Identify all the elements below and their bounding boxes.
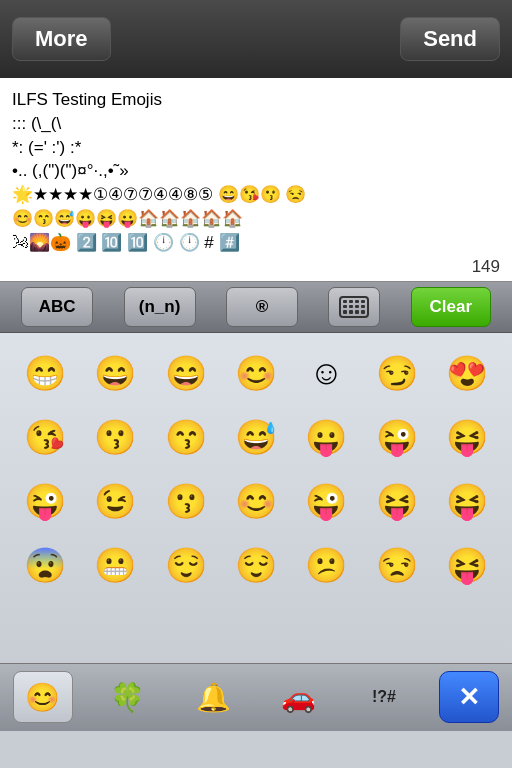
emoji-xd[interactable]: 😝 [441, 475, 493, 527]
emoji-angry[interactable]: 😝 [441, 539, 493, 591]
emoji-smile[interactable]: 😄 [89, 347, 141, 399]
emoji-sweat-smile[interactable]: 😅 [230, 411, 282, 463]
emoji-unamused[interactable]: 😒 [371, 539, 423, 591]
emoji-smirk[interactable]: 😏 [371, 347, 423, 399]
emoji-squint[interactable]: 😝 [441, 411, 493, 463]
emoji-relieved2[interactable]: 😌 [230, 539, 282, 591]
message-line2: ::: (\_(\ [12, 112, 500, 136]
emoji-area: 😁 😄 😄 😊 ☺ 😏 😍 😘 😗 😙 😅 😛 😜 😝 😜 😉 😗 😊 😜 😝 … [0, 333, 512, 663]
nav-close[interactable]: ✕ [439, 671, 499, 723]
abc-button[interactable]: ABC [21, 287, 93, 327]
emoji-blush[interactable]: 😊 [230, 347, 282, 399]
emoji-lol[interactable]: 😝 [371, 475, 423, 527]
nav-objects[interactable]: 🔔 [183, 671, 243, 723]
message-line1: ILFS Testing Emojis [12, 88, 500, 112]
emoji-row-1: 😁 😄 😄 😊 ☺ 😏 😍 [10, 347, 502, 399]
nav-places[interactable]: 🚗 [269, 671, 329, 723]
message-line6: 😊😙😅😛😝😛🏠🏠🏠🏠🏠 [12, 207, 500, 231]
emoji-wink3[interactable]: 😉 [89, 475, 141, 527]
keyboard-icon [339, 296, 369, 318]
emoji-row-2: 😘 😗 😙 😅 😛 😜 😝 [10, 411, 502, 463]
emoji-kiss2[interactable]: 😙 [160, 411, 212, 463]
emoji-heart-eyes[interactable]: 😍 [441, 347, 493, 399]
emoji-relieved[interactable]: 😌 [160, 539, 212, 591]
header: More Send [0, 0, 512, 78]
message-line3: *: (=' :') :* [12, 136, 500, 160]
message-area: ILFS Testing Emojis ::: (\_(\ *: (=' :')… [0, 78, 512, 281]
emoji-grin[interactable]: 😁 [19, 347, 71, 399]
emoji-tongue2[interactable]: 😜 [371, 411, 423, 463]
message-line4: •.. (,(")(")¤°·.,•˜» [12, 159, 500, 183]
emoji-kiss3[interactable]: 😗 [160, 475, 212, 527]
emoji-smile2[interactable]: 😄 [160, 347, 212, 399]
emoji-row-3: 😜 😉 😗 😊 😜 😝 😝 [10, 475, 502, 527]
toolbar: ABC (n_n) ® Clear [0, 281, 512, 333]
bottom-nav: 😊 🍀 🔔 🚗 !?# ✕ [0, 663, 512, 731]
nav-emoji[interactable]: 😊 [13, 671, 73, 723]
char-count: 149 [12, 257, 500, 277]
emoji-kiss[interactable]: 😗 [89, 411, 141, 463]
clear-button[interactable]: Clear [411, 287, 491, 327]
emoji-scream[interactable]: 😨 [19, 539, 71, 591]
registered-button[interactable]: ® [226, 287, 298, 327]
kaomoji-button[interactable]: (n_n) [124, 287, 196, 327]
emoji-grimace[interactable]: 😬 [89, 539, 141, 591]
message-text: ILFS Testing Emojis ::: (\_(\ *: (=' :')… [12, 88, 500, 255]
emoji-tongue[interactable]: 😛 [300, 411, 352, 463]
emoji-happy[interactable]: 😊 [230, 475, 282, 527]
nav-symbols[interactable]: !?# [354, 671, 414, 723]
nav-nature[interactable]: 🍀 [98, 671, 158, 723]
emoji-relaxed[interactable]: ☺ [300, 347, 352, 399]
message-line7: 🌬🌄🎃 2️⃣ 🔟 🔟 🕛 🕛 # #️⃣ [12, 231, 500, 255]
emoji-confused[interactable]: 😕 [300, 539, 352, 591]
keyboard-button[interactable] [328, 287, 380, 327]
more-button[interactable]: More [12, 17, 111, 61]
emoji-stuck-out-tongue[interactable]: 😜 [300, 475, 352, 527]
message-line5: 🌟★★★★①④⑦⑦④④⑧⑤ 😄😘😗 😒 [12, 183, 500, 207]
emoji-kiss-heart[interactable]: 😘 [19, 411, 71, 463]
send-button[interactable]: Send [400, 17, 500, 61]
emoji-wink2[interactable]: 😜 [19, 475, 71, 527]
emoji-row-4: 😨 😬 😌 😌 😕 😒 😝 [10, 539, 502, 591]
